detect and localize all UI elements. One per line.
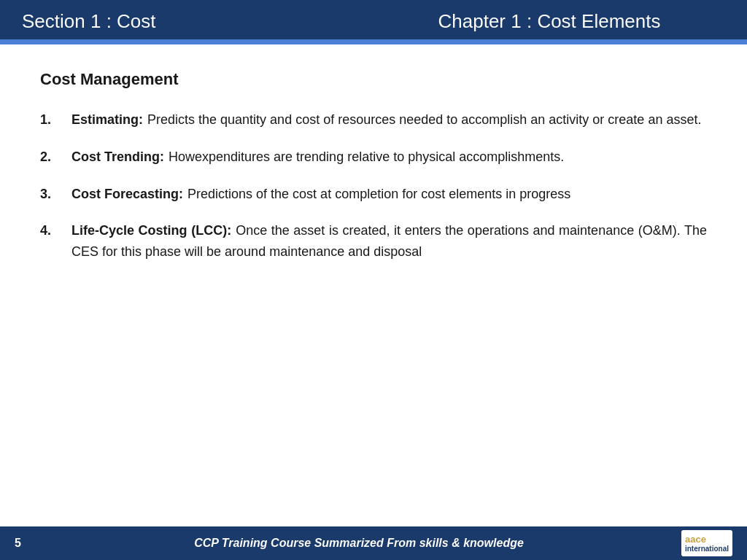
footer-logo: aace international [681, 530, 732, 556]
header-section: Section 1 : Cost [22, 10, 374, 33]
footer-logo-content: aace international [685, 534, 729, 553]
list-item-2-content: Cost Trending:Howexpenditures are trendi… [71, 147, 707, 168]
list-item: Estimating:Predicts the quantity and cos… [40, 109, 707, 131]
footer-logo-aace: aace [685, 534, 729, 545]
header-chapter: Chapter 1 : Cost Elements [374, 10, 725, 33]
list-item-2-label: Cost Trending: [71, 149, 164, 164]
list-item-4-label: Life-Cycle Costing (LCC): [71, 223, 231, 238]
main-content: Cost Management Estimating:Predicts the … [0, 44, 747, 529]
list-item: Cost Forecasting:Predictions of the cost… [40, 184, 707, 205]
list-item-3-content: Cost Forecasting:Predictions of the cost… [71, 184, 707, 205]
page-title: Cost Management [40, 70, 707, 89]
list-item: Life-Cycle Costing (LCC):Once the asset … [40, 220, 707, 262]
footer-title: CCP Training Course Summarized From skil… [36, 537, 681, 550]
header: Section 1 : Cost Chapter 1 : Cost Elemen… [0, 0, 747, 42]
list-item-2-text: Howexpenditures are trending relative to… [169, 149, 564, 164]
list-item-3-label: Cost Forecasting: [71, 187, 183, 201]
footer-page-number: 5 [15, 537, 36, 550]
footer: 5 CCP Training Course Summarized From sk… [0, 526, 747, 560]
list-item-1-label: Estimating: [71, 112, 143, 127]
footer-logo-intl: international [685, 545, 729, 553]
list-item: Cost Trending:Howexpenditures are trendi… [40, 147, 707, 168]
list-item-4-content: Life-Cycle Costing (LCC):Once the asset … [71, 220, 707, 262]
list-item-1-text: Predicts the quantity and cost of resour… [147, 112, 701, 127]
cost-management-list: Estimating:Predicts the quantity and cos… [40, 109, 707, 262]
header-divider [0, 39, 747, 42]
list-item-1-content: Estimating:Predicts the quantity and cos… [71, 109, 707, 131]
list-item-3-text: Predictions of the cost at completion fo… [187, 187, 570, 201]
